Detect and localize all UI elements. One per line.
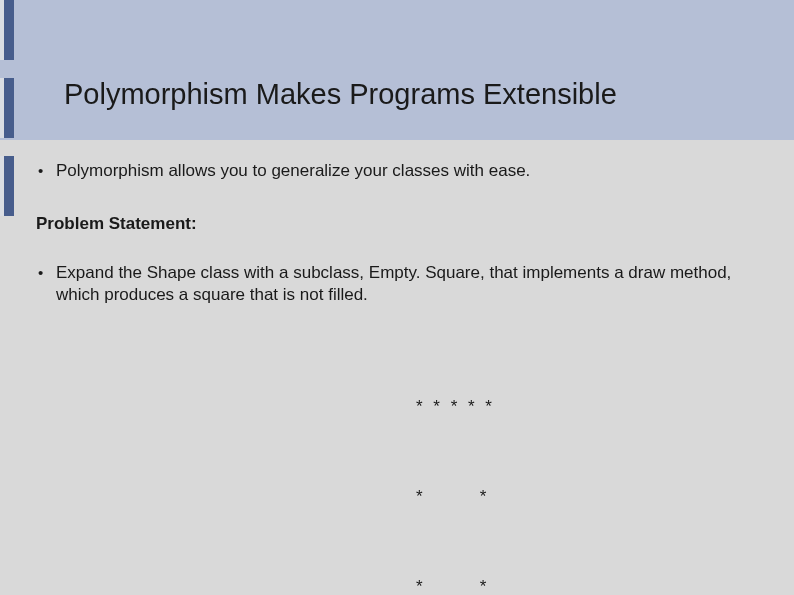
bullet-item: • Expand the Shape class with a subclass… bbox=[36, 262, 764, 306]
left-decoration-rail bbox=[0, 0, 32, 595]
ascii-line: * * bbox=[416, 572, 764, 595]
slide-content: • Polymorphism allows you to generalize … bbox=[36, 160, 764, 595]
ascii-line: * * * * * bbox=[416, 392, 764, 422]
bullet-text: Expand the Shape class with a subclass, … bbox=[56, 262, 764, 306]
bullet-marker: • bbox=[36, 262, 56, 284]
header-band bbox=[0, 0, 794, 140]
ascii-line: * * bbox=[416, 482, 764, 512]
slide-title: Polymorphism Makes Programs Extensible bbox=[64, 78, 617, 111]
bullet-text: Polymorphism allows you to generalize yo… bbox=[56, 160, 530, 182]
bullet-marker: • bbox=[36, 160, 56, 182]
bullet-item: • Polymorphism allows you to generalize … bbox=[36, 160, 764, 182]
section-label: Problem Statement: bbox=[36, 214, 764, 234]
ascii-square: * * * * * * * * * * * * * * * * bbox=[416, 332, 764, 595]
